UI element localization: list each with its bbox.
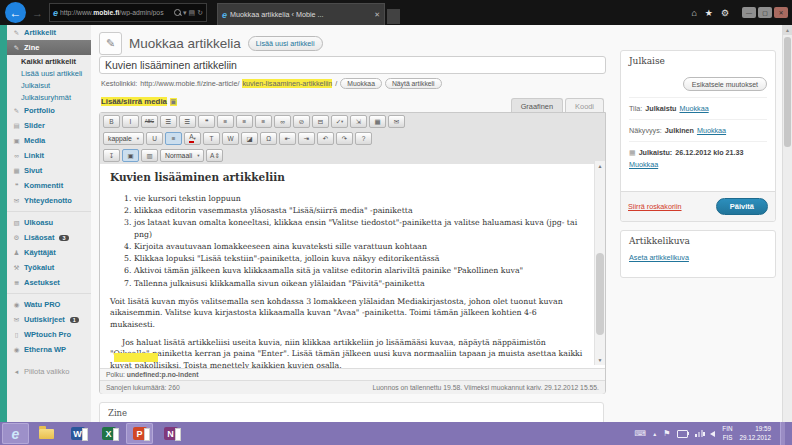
sidebar-item-tyokalut[interactable]: ⚒ Työkalut [7,260,91,275]
strikethrough-button[interactable]: ABC [141,115,158,128]
move-to-trash-link[interactable]: Siirrä roskakoriin [628,202,682,211]
indent-button[interactable]: ⇥ [298,132,315,145]
outdent-button[interactable]: ⇤ [279,132,296,145]
read-more-button[interactable]: ▥ [141,149,158,162]
browser-back-button[interactable]: ← [5,2,26,23]
special-char-button[interactable]: Ω [260,132,277,145]
edit-visibility-link[interactable]: Muokkaa [697,126,726,135]
address-bar[interactable]: e http://www.mobie.fi/wp-admin/pos ▾ ▤ ↻ [49,3,207,22]
kitchen-sink-button[interactable]: ▦ [369,115,386,128]
battery-icon[interactable] [677,430,688,438]
sidebar-item-media[interactable]: ▣ Media [7,133,91,148]
browser-tab[interactable]: e Muokkaa artikkelia ‹ Mobie ... ✕ [217,3,385,25]
tab-close-icon[interactable]: ✕ [374,11,380,19]
sidebar-item-sivut[interactable]: ▦ Sivut [7,163,91,178]
edit-published-link[interactable]: Muokkaa [629,160,658,169]
taskbar-word-button[interactable]: W [64,423,91,444]
sidebar-item-portfolio[interactable]: ✎ Portfolio [7,103,91,118]
url-text[interactable]: http://www.mobie.fi/wp-admin/pos [60,9,172,16]
preview-changes-button[interactable]: Esikatsele muutokset [683,77,767,91]
sidebar-item-lisaosat[interactable]: ⚙ Lisäosat 3 [7,230,91,245]
language-indicator[interactable]: FIN FIS [722,425,732,441]
sidebar-collapse-menu[interactable]: ◂ Piilota valikko [7,364,91,379]
minimize-button[interactable]: — [742,7,756,18]
sidebar-item-kayttajat[interactable]: ♟ Käyttäjät [7,245,91,260]
sidebar-item-lisaa-uusi-artikkeli[interactable]: Lisää uusi artikkeli [7,67,91,79]
align-center-button[interactable]: ≡ [236,115,253,128]
volume-icon[interactable] [710,431,715,437]
fullscreen-button[interactable]: ⇲ [350,115,367,128]
paste-text-button[interactable]: T [203,132,220,145]
editor-scrollbar[interactable]: ▲ ▼ [594,161,605,365]
add-new-article-button[interactable]: Lisää uusi artikkeli [248,36,323,51]
bold-button[interactable]: B [103,115,120,128]
sidebar-item-artikkelit[interactable]: ✎ Artikkelit [7,25,91,40]
sidebar-item-julkaisut[interactable]: Julkaisut [7,79,91,91]
underline-button[interactable]: U [146,132,163,145]
sidebar-item-kommentit[interactable]: ❝ Kommentit [7,178,91,193]
redo-button[interactable]: ↷ [336,132,353,145]
editor-content[interactable]: Kuvien lisääminen artikkeliin vie kursor… [100,164,605,368]
refresh-icon[interactable]: ↻ [197,9,203,17]
paragraph-format-select[interactable]: kappale ▾ [103,132,144,145]
sidebar-item-etherna-wp[interactable]: ◉ Etherna WP [7,342,91,357]
maximize-button[interactable]: ▢ [758,7,772,18]
required-image-button[interactable]: ▣ [122,149,139,162]
set-featured-image-link[interactable]: Aseta artikkelikuva [629,253,689,262]
help-button[interactable]: ? [355,132,372,145]
italic-button[interactable]: I [122,115,139,128]
scroll-up-icon[interactable]: ▲ [595,163,605,169]
taskbar-onenote-button[interactable]: N [157,423,184,444]
sidebar-item-uutiskirjeet[interactable]: ✉ Uutiskirjeet 1 [7,312,91,327]
scrollbar-thumb[interactable] [784,37,791,147]
home-icon[interactable]: ⌂ [691,8,696,18]
remove-format-button[interactable]: ◪ [241,132,258,145]
remove-link-button[interactable]: ⊘ [293,115,310,128]
network-signal-icon[interactable] [695,430,703,437]
new-tab-button[interactable] [387,9,400,24]
close-button[interactable]: ✕ [774,7,788,18]
action-center-flag-icon[interactable]: ⚑ [663,429,670,438]
sidebar-item-slider[interactable]: ▤ Slider [7,118,91,133]
spellcheck-button[interactable]: ✓▾ [331,115,348,128]
justify-button[interactable]: ≡ [165,132,182,145]
tray-expand-icon[interactable]: ▴ [653,430,656,437]
bullet-list-button[interactable]: ☰ [160,115,177,128]
sidebar-item-yhteydenotto[interactable]: ✉ Yhteydenotto [7,193,91,208]
taskbar-excel-button[interactable]: X [95,423,122,444]
show-desktop-button[interactable] [780,422,785,445]
sidebar-item-ulkoasu[interactable]: ▧ Ulkoasu [7,215,91,230]
chevron-down-icon[interactable]: ▾ [183,9,187,17]
sidebar-item-julkaisuryhmat[interactable]: Julkaisuryhmät [7,91,91,103]
taskbar-explorer-button[interactable] [33,423,60,444]
insert-link-button[interactable]: ∞ [274,115,291,128]
post-title-input[interactable] [99,56,606,74]
page-scrollbar[interactable]: ▲ [782,25,792,422]
clock[interactable]: 19:59 29.12.2012 [739,425,771,441]
align-right-button[interactable]: ≡ [255,115,272,128]
compatibility-icon[interactable]: ▤ [189,9,196,17]
edit-permalink-button[interactable]: Muokkaa [340,78,382,89]
sidebar-item-kaikki-artikkelit[interactable]: Kaikki artikkelit [7,55,91,67]
favorites-star-icon[interactable]: ★ [705,8,713,18]
edit-status-link[interactable]: Muokkaa [679,104,708,113]
scroll-down-icon[interactable]: ▼ [595,357,605,363]
mail-button[interactable]: ✉ [388,115,405,128]
sidebar-item-zine[interactable]: ✎ Zine [7,40,91,55]
numbered-list-button[interactable]: ☰ [179,115,196,128]
paste-word-button[interactable]: W [222,132,239,145]
sidebar-item-watu-pro[interactable]: ◉ Watu PRO [7,297,91,312]
align-left-button[interactable]: ≡ [217,115,234,128]
sidebar-item-linkit[interactable]: ∞ Linkit [7,148,91,163]
taskbar-powerpoint-button[interactable]: P [126,423,153,444]
image-pull-button[interactable]: ↧ [103,149,120,162]
sidebar-item-asetukset[interactable]: ≣ Asetukset [7,275,91,290]
browser-forward-button[interactable]: → [32,7,43,19]
keyboard-icon[interactable]: ⌨ [635,429,647,438]
update-button[interactable]: Päivitä [716,198,768,215]
more-tag-button[interactable]: ⊟ [312,115,329,128]
blockquote-button[interactable]: ❝ [198,115,215,128]
taskbar-ie-button[interactable]: e [2,423,29,444]
font-size-button[interactable]: A⇕ [206,149,223,162]
undo-button[interactable]: ↶ [317,132,334,145]
